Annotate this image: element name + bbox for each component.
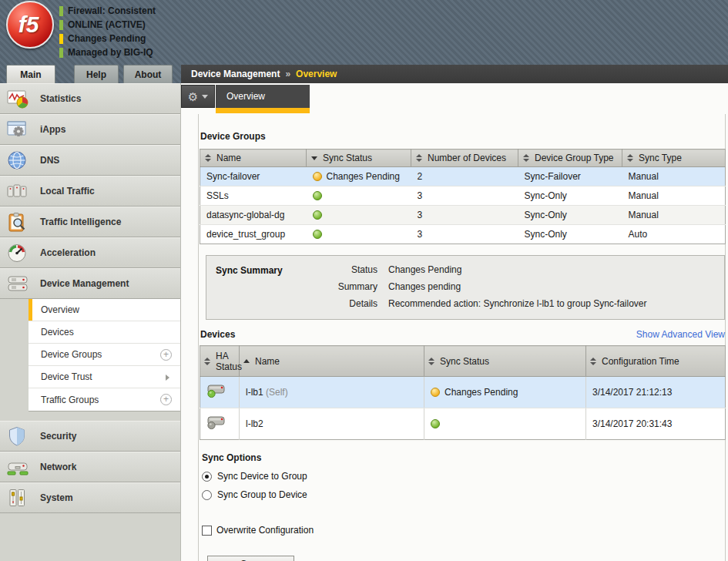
ha-status-cell (200, 377, 240, 408)
table-row[interactable]: device_trust_group 3 Sync-Only Auto (200, 225, 726, 244)
column-header-ha-status[interactable]: HA Status (200, 346, 240, 377)
sidebar-item-system[interactable]: System (0, 482, 180, 513)
sidebar-item-label: Traffic Intelligence (40, 217, 121, 227)
radio-sync-group-to-device[interactable]: Sync Group to Device (202, 489, 725, 500)
column-header-name[interactable]: Name (200, 149, 307, 167)
sidebar-item-security[interactable]: Security (0, 421, 180, 452)
device-count-cell: 3 (411, 225, 518, 244)
show-advanced-view-link[interactable]: Show Advanced View (636, 329, 725, 340)
sync-options-title: Sync Options (202, 452, 725, 463)
column-header-sync-type[interactable]: Sync Type (622, 149, 726, 167)
group-name-cell[interactable]: device_trust_group (200, 225, 307, 244)
device-count-cell: 3 (411, 206, 518, 225)
summary-value: Recommended action: Synchronize l-lb1 to… (388, 298, 647, 309)
sync-status-cell: Changes Pending (424, 377, 586, 408)
f5-logo[interactable]: f5 (6, 1, 54, 49)
plus-icon[interactable] (160, 394, 172, 405)
page-options-button[interactable] (181, 85, 215, 108)
table-row[interactable]: l-lb2 3/14/2017 20:31:43 (200, 408, 726, 440)
sidebar: Statistics iApps DNS Local Traffic Traff… (0, 83, 181, 561)
sync-pending-icon (431, 388, 440, 397)
sort-icon (523, 154, 529, 162)
sidebar-item-device-management[interactable]: Device Management (0, 268, 180, 299)
status-row-online: ONLINE (ACTIVE) (59, 18, 156, 32)
sort-icon (590, 358, 596, 365)
table-row[interactable]: SSLs 3 Sync-Only Manual (200, 186, 726, 206)
group-name-cell[interactable]: SSLs (200, 186, 307, 206)
iapps-icon (7, 119, 30, 140)
sidebar-item-device-groups[interactable]: Device Groups (29, 344, 180, 366)
plus-icon[interactable] (160, 349, 172, 361)
sidebar-item-network[interactable]: Network (0, 452, 180, 482)
sidebar-item-devices[interactable]: Devices (29, 321, 180, 344)
summary-label: Details (330, 298, 377, 309)
status-row-changes-pending[interactable]: Changes Pending (59, 32, 156, 45)
column-header-name[interactable]: Name (240, 346, 424, 377)
tab-about[interactable]: About (123, 65, 173, 83)
sync-summary-title: Sync Summary (216, 264, 330, 309)
sidebar-item-label: Security (40, 431, 76, 442)
device-standby-icon (206, 415, 226, 430)
table-row[interactable]: l-lb1 (Self) Changes Pending 3/14/2017 2… (200, 377, 726, 408)
status-label: Firewall: Consistent (68, 5, 156, 16)
sync-options-section: Sync Options Sync Device to Group Sync G… (202, 452, 725, 561)
sidebar-item-statistics[interactable]: Statistics (0, 83, 180, 114)
column-header-configuration-time[interactable]: Configuration Time (586, 346, 726, 377)
breadcrumb-section: Device Management (191, 69, 280, 79)
tab-help[interactable]: Help (74, 65, 119, 83)
radio-sync-device-to-group[interactable]: Sync Device to Group (202, 471, 725, 482)
device-management-submenu: Overview Devices Device Groups Device Tr… (29, 299, 180, 412)
sidebar-item-traffic-intelligence[interactable]: Traffic Intelligence (0, 207, 180, 237)
sync-summary-rows: Status Changes Pending Summary Changes p… (330, 264, 716, 309)
table-row[interactable]: datasync-global-dg 3 Sync-Only Manual (200, 206, 726, 225)
submenu-item-label: Device Groups (41, 349, 102, 360)
group-name-cell[interactable]: datasync-global-dg (200, 206, 307, 225)
sidebar-item-local-traffic[interactable]: Local Traffic (0, 176, 180, 207)
device-groups-title: Device Groups (200, 131, 725, 142)
gear-icon (188, 91, 198, 102)
devices-title: Devices (200, 329, 235, 340)
submenu-arrow-icon (166, 375, 169, 381)
top-header: f5 Firewall: Consistent ONLINE (ACTIVE) … (0, 0, 728, 83)
dns-icon (7, 150, 30, 171)
sidebar-item-label: Local Traffic (40, 186, 95, 197)
group-type-cell: Sync-Only (518, 186, 622, 206)
sync-summary-row-status: Status Changes Pending (330, 264, 716, 275)
sidebar-item-iapps[interactable]: iApps (0, 114, 180, 145)
sync-status-cell: Changes Pending (307, 167, 411, 186)
device-name-cell[interactable]: l-lb1 (Self) (240, 377, 424, 408)
tab-main[interactable]: Main (6, 65, 55, 83)
sync-type-cell: Auto (622, 225, 726, 244)
checkbox-overwrite-configuration[interactable]: Overwrite Configuration (202, 525, 725, 536)
sort-icon (416, 154, 422, 162)
sidebar-item-device-trust[interactable]: Device Trust (29, 366, 180, 388)
summary-label: Status (330, 264, 377, 275)
device-count-cell: 3 (411, 186, 518, 206)
column-header-device-group-type[interactable]: Device Group Type (518, 149, 622, 167)
group-name-cell[interactable]: Sync-failover (200, 167, 307, 186)
device-groups-table: Name Sync Status Number of Devices Devic… (200, 149, 726, 244)
tab-overview[interactable]: Overview (216, 85, 310, 108)
column-header-sync-status[interactable]: Sync Status (424, 346, 586, 377)
status-indicator-green (59, 48, 63, 58)
devices-header-row: HA Status Name Sync Status Configuration… (200, 346, 726, 377)
table-row[interactable]: Sync-failover Changes Pending 2 Sync-Fai… (200, 167, 726, 186)
column-header-sync-status[interactable]: Sync Status (307, 149, 411, 167)
acceleration-icon (7, 243, 30, 264)
device-name-cell[interactable]: l-lb2 (240, 408, 424, 440)
sidebar-item-acceleration[interactable]: Acceleration (0, 237, 180, 268)
config-time-cell: 3/14/2017 20:31:43 (586, 408, 726, 440)
statistics-icon (7, 89, 30, 109)
big-ip-screen: f5 Firewall: Consistent ONLINE (ACTIVE) … (0, 0, 728, 561)
sidebar-item-dns[interactable]: DNS (0, 145, 180, 176)
sync-type-cell: Manual (622, 167, 726, 186)
sync-button[interactable]: Sync (207, 556, 294, 561)
column-header-number-of-devices[interactable]: Number of Devices (411, 149, 518, 167)
summary-value: Changes Pending (388, 264, 461, 275)
submenu-item-label: Traffic Groups (41, 395, 99, 405)
group-type-cell: Sync-Only (518, 225, 622, 244)
sidebar-item-overview[interactable]: Overview (29, 299, 180, 321)
status-label: Changes Pending (68, 33, 146, 44)
sidebar-item-label: DNS (40, 155, 59, 166)
sidebar-item-traffic-groups[interactable]: Traffic Groups (29, 388, 180, 411)
